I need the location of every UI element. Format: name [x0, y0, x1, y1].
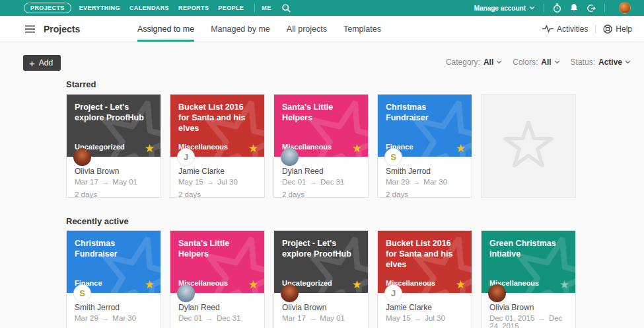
date-range: Dec 01→Dec 31 — [282, 178, 360, 186]
owner-name: Dylan Reed — [282, 167, 360, 176]
card-title: Green Christmas Intiative — [489, 238, 567, 259]
favorite-star-icon[interactable]: ★ — [559, 279, 569, 290]
favorite-star-icon[interactable]: ★ — [145, 143, 155, 154]
section-title: Starred — [66, 79, 644, 89]
hamburger-menu-icon[interactable] — [25, 25, 35, 33]
owner-name: Smith Jerrod — [75, 303, 153, 312]
arrow-icon: → — [102, 314, 110, 322]
section-starred: Starred Project - Let's explore ProofHub… — [66, 79, 644, 198]
activities-button[interactable]: Activities — [542, 24, 588, 34]
filter-value: All — [541, 58, 551, 67]
sign-out-icon[interactable] — [587, 4, 596, 13]
filter-label: Category: — [446, 58, 480, 67]
project-card-project-let-s-explore-proofhub[interactable]: Project - Let's explore ProofHub Uncateg… — [273, 230, 369, 328]
filter-bar: Category:AllColors:AllStatus:Active — [435, 58, 631, 67]
date-range: Mar 29→Mar 30 — [75, 314, 153, 322]
notifications-bell-icon[interactable] — [570, 3, 578, 13]
favorite-star-icon[interactable]: ★ — [352, 143, 362, 154]
timer-icon[interactable] — [553, 3, 561, 13]
favorite-star-icon[interactable]: ★ — [352, 279, 362, 290]
topbar-nav-reports[interactable]: REPORTS — [178, 5, 209, 11]
arrow-icon: → — [309, 314, 317, 322]
project-sections: Starred Project - Let's explore ProofHub… — [0, 79, 644, 328]
arrow-icon: → — [205, 314, 213, 322]
owner-avatar-initial: J — [384, 284, 402, 302]
add-button-label: Add — [39, 58, 53, 67]
card-title: Project - Let's explore ProofHub — [282, 238, 360, 259]
project-card-green-christmas-intiative[interactable]: Green Christmas Intiative Miscellaneous … — [481, 230, 576, 328]
filter-status[interactable]: Status:Active — [571, 58, 631, 67]
card-title: Christmas Fundraiser — [386, 102, 464, 123]
favorite-star-icon[interactable]: ★ — [145, 279, 155, 290]
owner-avatar — [281, 284, 299, 302]
tab-assigned-to-me[interactable]: Assigned to me — [137, 16, 194, 42]
owner-avatar-initial: S — [73, 284, 91, 302]
manage-account-menu[interactable]: Manage account — [474, 5, 535, 12]
project-card-project-let-s-explore-proofhub[interactable]: Project - Let's explore ProofHub Uncateg… — [66, 94, 161, 198]
filter-colors[interactable]: Colors:All — [513, 58, 559, 67]
filter-label: Colors: — [513, 58, 538, 67]
header-separator — [595, 24, 596, 34]
user-avatar[interactable] — [619, 2, 631, 14]
card-color-header: Santa's Little Helpers Miscellaneous ★ — [170, 231, 264, 293]
project-card-bucket-list-2016-for-santa-and-his-elves[interactable]: Bucket List 2016 for Santa and his elves… — [377, 230, 472, 328]
arrow-icon: → — [207, 178, 215, 186]
help-label: Help — [616, 24, 632, 34]
date-range: Dec 01, 2015→Dec 24, 2015 — [489, 314, 567, 328]
arrow-icon: → — [102, 178, 110, 186]
date-range: May 15→Jul 30 — [386, 314, 464, 322]
owner-name: Olivia Brown — [75, 167, 153, 176]
owner-avatar-initial: S — [384, 148, 402, 166]
card-title: Christmas Fundraiser — [75, 238, 153, 259]
chevron-down-icon — [625, 60, 631, 64]
project-card-bucket-list-2016-for-santa-and-his-elves[interactable]: Bucket List 2016 for Santa and his elves… — [170, 94, 265, 198]
favorite-star-icon[interactable]: ★ — [456, 279, 466, 290]
filter-category[interactable]: Category:All — [446, 58, 502, 67]
card-color-header: Green Christmas Intiative Miscellaneous … — [482, 231, 575, 293]
activities-label: Activities — [557, 24, 588, 34]
duration: 2 days — [178, 190, 256, 198]
project-card-santa-s-little-helpers[interactable]: Santa's Little Helpers Miscellaneous ★ D… — [273, 94, 369, 198]
card-color-header: Christmas Fundraiser Finance ★ — [378, 95, 472, 157]
card-color-header: Santa's Little Helpers Miscellaneous ★ — [274, 95, 368, 157]
section-title: Recently active — [66, 216, 644, 226]
owner-name: Jamie Clarke — [386, 303, 464, 312]
manage-account-label: Manage account — [474, 5, 526, 12]
add-project-button[interactable]: + Add — [23, 55, 61, 71]
card-title: Santa's Little Helpers — [282, 102, 360, 123]
search-icon[interactable] — [282, 4, 291, 13]
star-outline-icon — [503, 121, 554, 171]
filter-value: Active — [598, 58, 622, 67]
project-card-christmas-fundraiser[interactable]: Christmas Fundraiser Finance ★ S Smith J… — [66, 230, 161, 328]
card-color-header: Bucket List 2016 for Santa and his elves… — [170, 95, 264, 157]
date-range: Mar 17→May 01 — [282, 314, 360, 322]
favorite-star-icon[interactable]: ★ — [248, 143, 258, 154]
card-row: Christmas Fundraiser Finance ★ S Smith J… — [66, 230, 644, 328]
empty-starred-slot — [481, 94, 576, 198]
help-lifebuoy-icon — [603, 24, 612, 34]
topbar-nav-people[interactable]: PEOPLE — [218, 5, 244, 11]
tab-all-projects[interactable]: All projects — [287, 16, 327, 42]
card-row: Project - Let's explore ProofHub Uncateg… — [66, 94, 644, 198]
owner-avatar — [73, 148, 91, 166]
help-button[interactable]: Help — [603, 24, 632, 34]
topbar-separator — [604, 4, 605, 12]
tab-managed-by-me[interactable]: Managed by me — [211, 16, 270, 42]
topbar-nav-projects[interactable]: PROJECTS — [24, 3, 71, 13]
chevron-down-icon — [496, 60, 502, 64]
topbar-nav-calendars[interactable]: CALENDARS — [129, 5, 169, 11]
favorite-star-icon[interactable]: ★ — [248, 279, 258, 290]
chevron-down-icon — [554, 60, 560, 64]
date-range: Dec 01→Dec 31 — [178, 314, 256, 322]
arrow-icon: → — [309, 178, 317, 186]
card-title: Bucket List 2016 for Santa and his elves — [386, 238, 464, 270]
date-range: Mar 29→Mar 30 — [386, 178, 464, 186]
favorite-star-icon[interactable]: ★ — [456, 143, 466, 154]
tab-templates[interactable]: Templates — [343, 16, 381, 42]
topbar-nav: PROJECTSEVERYTHINGCALENDARSREPORTSPEOPLE — [24, 3, 253, 13]
topbar-nav-me[interactable]: ME — [262, 5, 271, 11]
topbar-nav-everything[interactable]: EVERYTHING — [79, 5, 120, 11]
project-card-christmas-fundraiser[interactable]: Christmas Fundraiser Finance ★ S Smith J… — [377, 94, 472, 198]
owner-avatar — [488, 284, 506, 302]
project-card-santa-s-little-helpers[interactable]: Santa's Little Helpers Miscellaneous ★ D… — [170, 230, 265, 328]
